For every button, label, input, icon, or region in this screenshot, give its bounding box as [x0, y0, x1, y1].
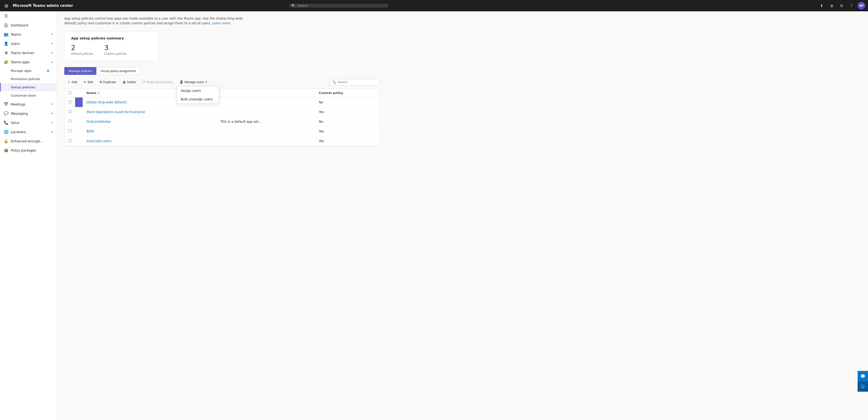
sidebar-label-permission-policies: Permission policies — [11, 77, 53, 81]
sidebar-item-teams[interactable]: 👥 Teams ▾ — [0, 30, 57, 39]
sidebar-item-customize-store[interactable]: Customize store — [0, 91, 57, 100]
tab-manage-policies[interactable]: Manage policies — [64, 67, 96, 75]
manage-users-button[interactable]: 👤 Manage users ▾ — [177, 79, 210, 85]
tabs-row: Manage policies Group policy assignment — [64, 67, 380, 75]
row-3-checkbox[interactable] — [68, 120, 71, 123]
row-2-name: Store Operations Assist for Everyone — [83, 107, 217, 117]
delete-label: Delete — [127, 80, 136, 84]
manage-users-dropdown-container: 👤 Manage users ▾ Assign users Bulk unass… — [177, 79, 210, 85]
row-5-name-link[interactable]: Associate users — [87, 139, 111, 143]
row-3-indicator — [75, 117, 83, 126]
row-5-checkbox[interactable] — [68, 139, 71, 142]
sidebar-item-permission-policies[interactable]: Permission policies — [0, 75, 57, 83]
reset-global-policy-button[interactable]: ↺ Reset Global policy — [140, 79, 176, 86]
locations-icon: 🌐 — [4, 130, 8, 134]
header-indicator-cell — [75, 89, 83, 97]
table-search-input[interactable] — [338, 80, 377, 84]
notification-dot — [47, 70, 49, 71]
manage-users-icon: 👤 — [180, 80, 183, 84]
row-4-name-link[interactable]: BOM — [87, 129, 94, 133]
edit-button[interactable]: ✎ Edit — [81, 79, 96, 86]
row-3-custom-policy: No — [315, 117, 379, 126]
user-avatar[interactable]: AP — [858, 2, 865, 9]
sidebar-label-setup-policies: Setup policies — [11, 86, 53, 89]
sidebar-item-locations[interactable]: 🌐 Locations ▾ — [0, 127, 57, 136]
sidebar-item-menu-toggle[interactable]: ☰ — [0, 11, 57, 21]
duplicate-button[interactable]: ⧉ Duplicate — [97, 78, 119, 86]
app-body: ☰ 🏠 Dashboard 👥 Teams ▾ 👤 Users ▾ 🖥 Team… — [0, 11, 868, 420]
row-2-indicator — [75, 107, 83, 117]
row-5-checkbox-cell — [64, 136, 75, 146]
sidebar-item-voice[interactable]: 📞 Voice ▾ — [0, 118, 57, 127]
search-icon: 🔍 — [332, 80, 336, 84]
row-2-checkbox-cell — [64, 107, 75, 117]
waffle-menu-icon[interactable]: ⊞ — [3, 2, 10, 9]
dashboard-icon: 🏠 — [4, 23, 8, 27]
global-search-input[interactable] — [297, 4, 386, 7]
delete-button[interactable]: 🗑 Delete — [120, 79, 139, 86]
custom-policies-label: Custom policies — [104, 52, 127, 56]
users-icon: 👤 — [4, 41, 8, 46]
table-search-box[interactable]: 🔍 — [330, 79, 380, 86]
sidebar-item-meetings[interactable]: 📅 Meetings ▾ — [0, 100, 57, 109]
sidebar-item-users[interactable]: 👤 Users ▾ — [0, 39, 57, 48]
chevron-down-icon: ▾ — [51, 33, 53, 36]
app-title: Microsoft Teams admin center — [13, 4, 73, 8]
sidebar-item-teams-apps[interactable]: 🧩 Teams apps ▴ — [0, 57, 57, 67]
sidebar-label-teams: Teams — [11, 33, 49, 36]
sidebar-item-policy-packages[interactable]: 📦 Policy packages — [0, 146, 57, 155]
meetings-icon: 📅 — [4, 102, 8, 106]
custom-policies-stat: 3 Custom policies — [104, 44, 127, 56]
select-all-checkbox[interactable] — [68, 91, 71, 94]
reset-icon: ↺ — [143, 80, 145, 84]
add-button[interactable]: ＋ Add — [64, 78, 80, 86]
sidebar-label-dashboard: Dashboard — [11, 23, 53, 27]
sort-icon-name: ↓ — [97, 91, 100, 94]
row-3-name-link[interactable]: FirstLineWorker — [87, 120, 111, 124]
table-row: Associate users Yes — [64, 136, 379, 146]
assign-users-item[interactable]: Assign users — [177, 87, 219, 95]
sidebar-label-teams-apps: Teams apps — [11, 60, 49, 64]
edit-icon: ✎ — [84, 80, 87, 84]
row-1-name-link[interactable]: Global (Org-wide default) — [87, 100, 127, 104]
sidebar-label-teams-devices: Teams devices — [11, 51, 49, 55]
summary-card-title: App setup policies summary — [71, 36, 127, 40]
sidebar-item-teams-devices[interactable]: 🖥 Teams devices ▾ — [0, 48, 57, 57]
table-row: BOM Yes — [64, 126, 379, 136]
sidebar-sub-teams-apps: Manage apps Permission policies Setup po… — [0, 67, 57, 100]
delete-icon: 🗑 — [123, 80, 126, 84]
float-chat-icon[interactable]: 💬 — [858, 371, 868, 381]
reset-label: Reset Global policy — [147, 80, 173, 84]
download-icon[interactable]: ⬇ — [818, 2, 826, 9]
messaging-icon: 💬 — [4, 111, 8, 116]
teams-devices-icon: 🖥 — [4, 51, 8, 55]
manage-users-label: Manage users — [184, 80, 204, 84]
settings-icon[interactable]: ⚙ — [838, 2, 845, 9]
row-1-checkbox[interactable] — [68, 100, 71, 103]
row-2-checkbox[interactable] — [68, 110, 71, 113]
sidebar-item-setup-policies[interactable]: Setup policies — [0, 83, 57, 91]
learn-more-link[interactable]: Learn more — [212, 21, 230, 25]
enhanced-encrypt-icon: 🔒 — [4, 139, 8, 143]
sidebar-label-policy-packages: Policy packages — [11, 149, 53, 152]
row-2-name-link[interactable]: Store Operations Assist for Everyone — [87, 110, 145, 114]
sidebar-label-enhanced-encrypt: Enhanced encrypt... — [11, 139, 53, 143]
row-4-name: BOM — [83, 126, 217, 136]
sidebar-item-manage-apps[interactable]: Manage apps — [0, 67, 57, 75]
bulk-unassign-users-item[interactable]: Bulk unassign users — [177, 95, 219, 103]
help-icon[interactable]: ? — [848, 2, 855, 9]
sidebar-label-meetings: Meetings — [11, 102, 49, 106]
sidebar-item-messaging[interactable]: 💬 Messaging ▾ — [0, 109, 57, 118]
tab-group-policy-assignment[interactable]: Group policy assignment — [96, 67, 140, 75]
row-2-description — [217, 107, 315, 117]
default-policies-stat: 2 Default policies — [71, 44, 93, 56]
row-4-checkbox[interactable] — [68, 129, 71, 132]
global-search-box[interactable]: 🔍 — [289, 4, 388, 7]
sidebar-item-dashboard[interactable]: 🏠 Dashboard — [0, 21, 57, 30]
screen-icon[interactable]: 🖥 — [828, 2, 835, 9]
float-support-icon[interactable]: 🗨 — [858, 381, 868, 392]
summary-card-stats-row: 2 Default policies 3 Custom policies — [71, 44, 127, 56]
sidebar-item-enhanced-encrypt[interactable]: 🔒 Enhanced encrypt... — [0, 136, 57, 146]
table-header-row: Name ↓ Custom policy — [64, 89, 379, 97]
row-5-indicator — [75, 136, 83, 146]
